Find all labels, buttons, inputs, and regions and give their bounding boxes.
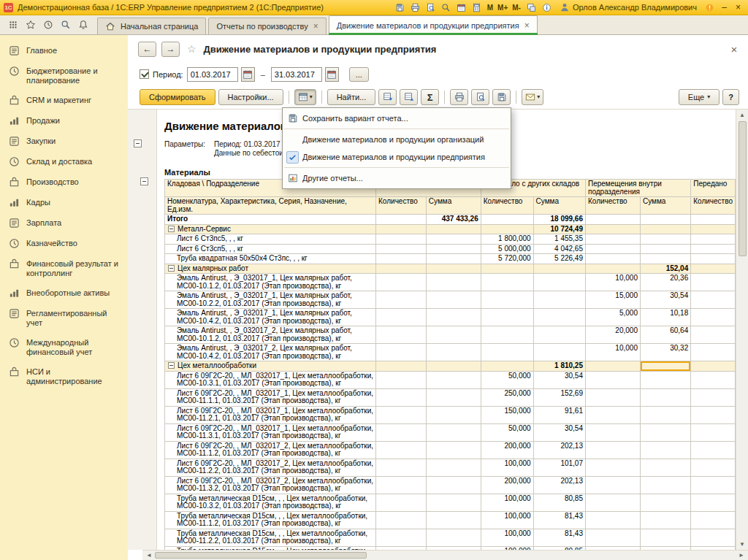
value-cell[interactable] [691,546,736,550]
save-button[interactable] [492,89,511,105]
close-tab-icon[interactable]: × [524,22,530,29]
sidebar-item[interactable]: Международный финансовый учет [0,333,128,362]
value-cell[interactable] [691,371,736,388]
value-cell[interactable]: 20,000 [585,326,640,344]
more-button[interactable]: Еще ▾ [679,89,720,105]
value-cell[interactable] [640,371,690,388]
value-cell[interactable] [376,546,427,550]
collapse-group-button[interactable] [168,265,175,272]
value-cell[interactable] [376,224,427,234]
value-cell[interactable]: 100,000 [481,459,533,476]
value-cell[interactable] [426,361,481,372]
value-cell[interactable] [691,274,736,291]
value-cell[interactable] [691,388,736,406]
value-cell[interactable]: 10 724,49 [533,224,585,234]
sidebar-item[interactable]: Продажи [0,111,128,131]
value-cell[interactable] [376,234,427,245]
value-cell[interactable] [376,326,427,344]
column-subheader[interactable]: Номенклатура, Характеристика, Серия, Наз… [165,197,376,215]
memory-button[interactable]: M [485,4,495,12]
value-cell[interactable] [426,459,481,476]
value-cell[interactable] [691,215,736,225]
row-label-cell[interactable]: Эмаль Antirust, , Э_032017_1, Цех малярн… [165,274,376,291]
value-cell[interactable]: 437 433,26 [426,215,481,225]
sidebar-item[interactable]: Зарплата [0,213,128,234]
value-cell[interactable] [426,546,481,550]
value-cell[interactable] [585,388,640,406]
back-button[interactable]: ← [138,42,156,57]
value-cell[interactable] [691,511,736,529]
value-cell[interactable]: 81,43 [533,529,585,546]
value-cell[interactable] [691,423,736,441]
sidebar-item[interactable]: Регламентированный учет [0,304,128,333]
value-cell[interactable] [426,326,481,344]
value-cell[interactable] [585,546,640,550]
value-cell[interactable] [691,344,736,361]
value-cell[interactable] [481,274,533,291]
row-label-cell[interactable]: Лист 6 09Г2С-20, , МЛ_032017_2, Цех мета… [165,441,376,459]
send-email-button[interactable]: ▾ [522,89,543,105]
sidebar-item[interactable]: Кадры [0,193,128,213]
collapse-group-button[interactable] [168,362,175,369]
history-clock-icon[interactable] [39,18,56,33]
value-cell[interactable] [640,254,690,264]
row-label-cell[interactable]: Лист 6 09Г2С-20, , МЛ_032017_1, Цех мета… [165,406,376,423]
value-cell[interactable] [691,326,736,344]
value-cell[interactable] [585,361,640,372]
info-icon[interactable] [540,1,554,14]
value-cell[interactable] [691,441,736,459]
value-cell[interactable] [376,344,427,361]
collapse-level-button[interactable] [134,139,142,147]
value-cell[interactable] [376,511,427,529]
sidebar-item[interactable]: Внеоборотные активы [0,283,128,304]
help-button[interactable]: ? [722,89,739,105]
sidebar-item[interactable]: Закупки [0,131,128,152]
value-cell[interactable] [585,459,640,476]
value-cell[interactable] [585,234,640,245]
value-cell[interactable] [640,459,690,476]
value-cell[interactable]: 100,000 [481,494,533,511]
value-cell[interactable] [691,264,736,274]
value-cell[interactable] [640,224,690,234]
value-cell[interactable]: 1 455,35 [533,234,585,245]
value-cell[interactable] [426,441,481,459]
row-label-cell[interactable]: Эмаль Antirust, , Э_032017_2, Цех малярн… [165,344,376,361]
value-cell[interactable]: 1 800,000 [481,234,533,245]
value-cell[interactable] [585,511,640,529]
row-label-cell[interactable]: Цех малярных работ [165,264,376,274]
period-from-input[interactable] [187,67,238,82]
current-user[interactable]: Орлов Александр Владимирович [560,2,697,12]
collapse-level-button[interactable] [140,177,148,185]
value-cell[interactable] [585,441,640,459]
menu-grid-icon[interactable] [4,18,21,33]
value-cell[interactable] [481,291,533,309]
value-cell[interactable] [585,371,640,388]
value-cell[interactable] [481,264,533,274]
scroll-right-icon[interactable]: ► [737,552,746,559]
value-cell[interactable] [585,215,640,225]
value-cell[interactable] [481,224,533,234]
value-cell[interactable]: 30,32 [640,344,690,361]
value-cell[interactable] [481,215,533,225]
column-subheader[interactable]: Сумма [640,197,690,215]
value-cell[interactable] [426,406,481,423]
value-cell[interactable]: 10,000 [585,344,640,361]
value-cell[interactable] [640,388,690,406]
value-cell[interactable]: 1 810,25 [533,361,585,372]
value-cell[interactable] [426,244,481,254]
value-cell[interactable]: 10,000 [585,274,640,291]
scroll-down-icon[interactable]: ▼ [739,540,745,549]
value-cell[interactable] [376,291,427,309]
value-cell[interactable]: 30,54 [533,423,585,441]
value-cell[interactable]: 202,13 [533,476,585,494]
value-cell[interactable]: 5 720,000 [481,254,533,264]
row-label-cell[interactable]: Лист 6 09Г2С-20, , МЛ_032017_1, Цех мета… [165,423,376,441]
value-cell[interactable] [426,309,481,326]
sidebar-item[interactable]: Главное [0,41,128,61]
value-cell[interactable] [691,234,736,245]
value-cell[interactable]: 18 099,66 [533,215,585,225]
collapse-groups-button[interactable] [400,89,418,105]
value-cell[interactable] [376,494,427,511]
value-cell[interactable] [585,529,640,546]
value-cell[interactable] [426,529,481,546]
